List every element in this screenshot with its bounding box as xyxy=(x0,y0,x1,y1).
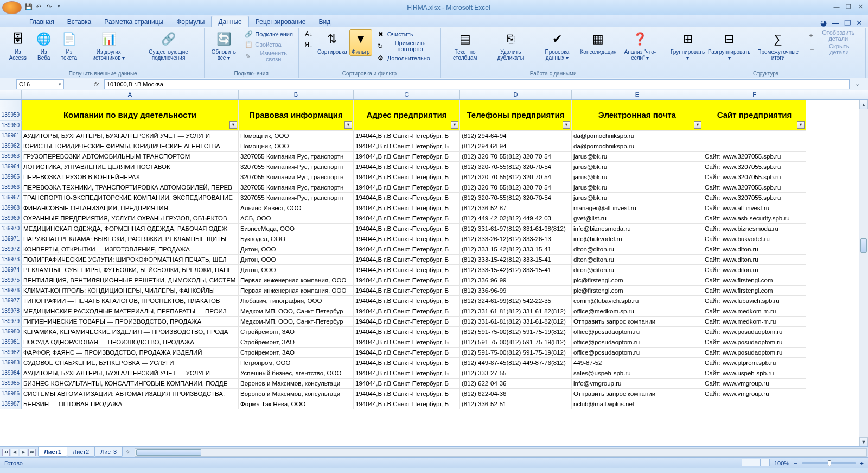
cell[interactable]: pic@firstengi.com xyxy=(572,286,703,296)
col-header-a[interactable]: A xyxy=(22,90,239,99)
cell[interactable] xyxy=(703,399,806,409)
cell[interactable]: Букводел, ООО xyxy=(239,234,354,244)
cell[interactable]: info@vmgroup.ru xyxy=(572,379,703,389)
sort-desc-button[interactable]: Я↓ xyxy=(302,40,315,49)
cell[interactable]: 194044,В г.В Санкт-Петербург, Б xyxy=(354,337,460,348)
sheet-nav-first-icon[interactable]: ⏮ xyxy=(2,449,10,456)
cell[interactable]: Помощник, ООО xyxy=(239,141,354,152)
normal-view-button[interactable] xyxy=(742,459,751,466)
header-cell[interactable]: Телефоны предприятия▾ xyxy=(460,100,572,130)
help-icon[interactable]: ◕ xyxy=(819,18,828,27)
hide-detail-button[interactable]: −Скрыть детали xyxy=(806,43,862,56)
filter-dropdown-icon[interactable]: ▾ xyxy=(797,121,805,129)
sheet-tab-2[interactable]: Лист2 xyxy=(67,447,95,457)
cell[interactable]: ОХРАННЫЕ ПРЕДПРИЯТИЯ, УСЛУГИ ОХРАНЫ ГРУЗ… xyxy=(22,213,239,224)
cell[interactable]: ПЕРЕВОЗКА ТЕХНИКИ, ТРАНСПОРТИРОВКА АВТОМ… xyxy=(22,182,239,193)
col-header-f[interactable]: F xyxy=(703,90,806,99)
cell[interactable]: 194044,В г.В Санкт-Петербург, Б xyxy=(354,244,460,255)
cell[interactable]: 194044,В г.В Санкт-Петербург, Б xyxy=(354,162,460,172)
cell[interactable]: Сайт: www.vmgroup.ru xyxy=(703,389,806,399)
cell[interactable]: ТРАНСПОРТНО-ЭКСПЕДИТОРСКИЕ КОМПАНИИ, ЭКС… xyxy=(22,193,239,203)
cell[interactable]: (812) 336-52-87 xyxy=(460,203,572,213)
zoom-out-button[interactable]: − xyxy=(794,460,797,466)
cell[interactable]: 194044,В г.В Санкт-Петербург, Б xyxy=(354,255,460,265)
cell[interactable]: Сайт: www.firstengi.com xyxy=(703,275,806,286)
cell[interactable]: ПОСУДА ОДНОРАЗОВАЯ — ПРОИЗВОДСТВО, ПРОДА… xyxy=(22,337,239,348)
cell[interactable]: (812) 336-52-51 xyxy=(460,399,572,409)
cell[interactable]: nclub@mail.wplus.net xyxy=(572,399,703,409)
cell[interactable]: Воронов и Максимов, консультаци xyxy=(239,379,354,389)
cell[interactable]: Сайт: www.diton.ru xyxy=(703,265,806,275)
row-header[interactable]: 139969 xyxy=(0,213,22,224)
cell[interactable]: АСБ, ООО xyxy=(239,213,354,224)
filter-dropdown-icon[interactable]: ▾ xyxy=(229,121,237,129)
row-header[interactable]: 139984 xyxy=(0,368,22,379)
row-header[interactable]: 139966 xyxy=(0,182,22,193)
cell[interactable]: Воронов и Максимов, консультаци xyxy=(239,389,354,399)
cell[interactable]: ЛОГИСТИКА, УПРАВЛЕНИЕ ЦЕЛЯМИ ПОСТАВОК xyxy=(22,162,239,172)
row-header[interactable]: 139970 xyxy=(0,224,22,234)
cell[interactable]: Сайт: www.bukvodel.ru xyxy=(703,234,806,244)
cell[interactable]: gvet@list.ru xyxy=(572,213,703,224)
cell[interactable]: ЮРИСТЫ, ЮРИДИЧЕСКИЕ ФИРМЫ, ЮРИДИЧЕСКИЕ А… xyxy=(22,141,239,152)
new-sheet-icon[interactable]: ✧ xyxy=(122,449,133,456)
group-button[interactable]: ⊞Группировать ▾ xyxy=(669,29,705,62)
cell[interactable]: МЕДИЦИНСКАЯ ОДЕЖДА, ФОРМЕННАЯ ОДЕЖДА, РА… xyxy=(22,224,239,234)
cell[interactable]: 194044,В г.В Санкт-Петербург, Б xyxy=(354,203,460,213)
cell[interactable]: (812) 449-87-45(812) 449-87-76(812) xyxy=(460,358,572,368)
row-header[interactable]: 139985 xyxy=(0,379,22,389)
cell[interactable]: АУДИТОРЫ, БУХГАЛТЕРЫ, БУХГАЛТЕРСКИЙ УЧЕТ… xyxy=(22,368,239,379)
zoom-thumb[interactable] xyxy=(828,460,831,466)
tab-review[interactable]: Рецензирование xyxy=(249,16,312,27)
cell[interactable]: НАРУЖНАЯ РЕКЛАМА: ВЫВЕСКИ, РАСТЯЖКИ, РЕК… xyxy=(22,234,239,244)
cell[interactable]: 194044,В г.В Санкт-Петербург, Б xyxy=(354,172,460,182)
col-header-d[interactable]: D xyxy=(460,90,572,99)
cell[interactable]: СУДОВОЕ СНАБЖЕНИЕ, БУНКЕРОВКА — УСЛУГИ xyxy=(22,358,239,368)
cell[interactable]: diton@diton.ru xyxy=(572,265,703,275)
from-other-button[interactable]: 📊Из других источников ▾ xyxy=(83,29,135,62)
save-icon[interactable]: 💾 xyxy=(25,3,34,12)
zoom-percent[interactable]: 100% xyxy=(774,460,789,466)
cell[interactable]: sales@uspeh-spb.ru xyxy=(572,368,703,379)
row-header[interactable]: 139960 xyxy=(0,121,22,131)
row-header[interactable]: 139978 xyxy=(0,306,22,317)
cell[interactable]: (812) 324-61-99(812) 542-22-35 xyxy=(460,296,572,306)
filter-dropdown-icon[interactable]: ▾ xyxy=(563,121,570,129)
row-header[interactable]: 139973 xyxy=(0,255,22,265)
cell[interactable]: 194044,В г.В Санкт-Петербург, Б xyxy=(354,348,460,358)
cell[interactable]: БИЗНЕС-КОНСУЛЬТАНТЫ, КОНСАЛТИНГОВЫЕ КОМП… xyxy=(22,379,239,389)
vertical-scrollbar[interactable]: ▲ ▼ xyxy=(859,100,868,446)
text-to-columns-button[interactable]: ▤Текст по столбцам xyxy=(444,29,486,62)
cell[interactable]: comm@lubavich.spb.ru xyxy=(572,296,703,306)
cell[interactable]: (812) 331-61-81(812) 331-61-82(812) xyxy=(460,317,572,327)
tab-pagelayout[interactable]: Разметка страницы xyxy=(98,16,170,27)
cell[interactable]: 194044,В г.В Санкт-Петербург, Б xyxy=(354,152,460,162)
cell[interactable]: (812) 622-04-36 xyxy=(460,389,572,399)
cell[interactable]: (812) 333-26-12(812) 333-26-13 xyxy=(460,234,572,244)
minimize-button[interactable]: — xyxy=(831,3,842,12)
row-header[interactable]: 139963 xyxy=(0,152,22,162)
cell[interactable]: Сайт: www.diton.ru xyxy=(703,244,806,255)
cell[interactable]: Медком-МП, ООО, Санкт-Петербур xyxy=(239,306,354,317)
cell[interactable]: (812) 294-64-94 xyxy=(460,141,572,152)
col-header-e[interactable]: E xyxy=(572,90,703,99)
row-header[interactable]: 139974 xyxy=(0,265,22,275)
filter-dropdown-icon[interactable]: ▾ xyxy=(451,121,458,129)
remove-duplicates-button[interactable]: ⎘Удалить дубликаты xyxy=(488,29,533,62)
cell[interactable]: 194044,В г.В Санкт-Петербург, Б xyxy=(354,327,460,337)
advanced-filter-button[interactable]: ⚙Дополнительно xyxy=(374,53,437,63)
cell[interactable]: ГРУЗОПЕРЕВОЗКИ АВТОМОБИЛЬНЫМ ТРАНСПОРТОМ xyxy=(22,152,239,162)
tab-data[interactable]: Данные xyxy=(211,16,248,27)
cell[interactable] xyxy=(703,141,806,152)
cell[interactable]: jarus@bk.ru xyxy=(572,162,703,172)
cell[interactable]: Сайт: www.ptprom.spb.ru xyxy=(703,358,806,368)
cell[interactable]: РЕКЛАМНЫЕ СУВЕНИРЫ, ФУТБОЛКИ, БЕЙСБОЛКИ,… xyxy=(22,265,239,275)
sheet-nav-prev-icon[interactable]: ◀ xyxy=(11,449,18,456)
header-cell[interactable]: Сайт предприятия▾ xyxy=(703,100,806,130)
cell[interactable]: 194044,В г.В Санкт-Петербург, Б xyxy=(354,265,460,275)
row-header[interactable]: 139964 xyxy=(0,162,22,172)
col-header-c[interactable]: C xyxy=(354,90,460,99)
sheet-nav-next-icon[interactable]: ▶ xyxy=(20,449,27,456)
pagelayout-view-button[interactable] xyxy=(751,459,761,466)
sort-asc-button[interactable]: A↓ xyxy=(302,29,315,39)
